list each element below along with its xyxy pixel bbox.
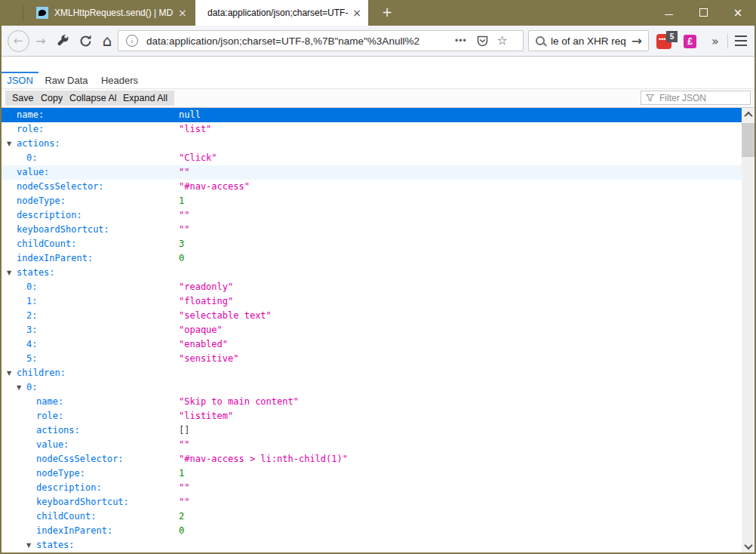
filter-json-input[interactable] bbox=[658, 92, 744, 104]
tree-row[interactable]: 0:"Click" bbox=[2, 151, 742, 165]
extension-pink-button[interactable]: £ bbox=[684, 35, 696, 48]
scroll-down-button[interactable] bbox=[742, 540, 754, 552]
minimize-button[interactable] bbox=[651, 0, 686, 25]
tree-row[interactable]: nodeCssSelector:"#nav-access" bbox=[2, 180, 742, 194]
tree-row[interactable]: ▼actions: bbox=[2, 137, 742, 151]
reload-button[interactable] bbox=[76, 26, 94, 56]
browser-tab-json[interactable]: data:application/json;charset=UTF- × bbox=[195, 0, 368, 26]
back-button[interactable]: ← bbox=[7, 26, 29, 56]
json-viewer-toolbar: Save Copy Collapse All Expand All bbox=[2, 89, 754, 108]
tree-row[interactable]: actions:[] bbox=[2, 423, 742, 438]
tree-row[interactable]: name:null bbox=[2, 108, 742, 122]
filter-funnel-icon bbox=[646, 94, 654, 102]
url-bar[interactable]: i data:application/json;charset=UTF-8,%7… bbox=[118, 30, 524, 51]
menu-button[interactable] bbox=[735, 35, 747, 46]
tree-value: "#nav-access > li:nth-child(1)" bbox=[179, 452, 348, 466]
tree-row[interactable]: role:"list" bbox=[2, 122, 742, 137]
tree-row[interactable]: role:"listitem" bbox=[2, 409, 742, 423]
browser-tab-mdn[interactable]: XMLHttpRequest.send() | MDN × bbox=[23, 0, 195, 26]
tree-row[interactable]: nodeCssSelector:"#nav-access > li:nth-ch… bbox=[2, 452, 742, 466]
pocket-icon[interactable] bbox=[476, 35, 489, 48]
tab-raw-data[interactable]: Raw Data bbox=[38, 72, 94, 88]
expander-icon[interactable]: ▼ bbox=[7, 366, 17, 380]
tree-value: "sensitive" bbox=[179, 352, 238, 366]
tree-row[interactable]: ▼states: bbox=[2, 266, 742, 280]
tree-row[interactable]: value:"" bbox=[2, 165, 742, 180]
expander-icon[interactable]: ▼ bbox=[17, 380, 26, 395]
vertical-scrollbar[interactable] bbox=[742, 108, 754, 552]
tree-value: "readonly" bbox=[179, 280, 233, 294]
tree-value: "listitem" bbox=[179, 409, 233, 423]
tab-headers[interactable]: Headers bbox=[94, 72, 145, 88]
tree-row[interactable]: value:"" bbox=[2, 438, 742, 452]
tree-key: 5: bbox=[26, 353, 37, 364]
tree-row[interactable]: 0:"readonly" bbox=[2, 280, 742, 294]
tree-value: "" bbox=[179, 438, 189, 452]
tree-row[interactable]: indexInParent:0 bbox=[2, 524, 742, 538]
url-text[interactable]: data:application/json;charset=UTF-8,%7B"… bbox=[146, 35, 452, 47]
tree-row[interactable]: nodeType:1 bbox=[2, 466, 742, 481]
tree-row[interactable]: 5:"sensitive" bbox=[2, 352, 742, 366]
tree-row[interactable]: 1:"floating" bbox=[2, 294, 742, 309]
expander-icon[interactable]: ▼ bbox=[7, 266, 17, 280]
tab-close-icon[interactable]: × bbox=[352, 8, 361, 18]
tree-row[interactable]: nodeType:1 bbox=[2, 194, 742, 208]
tree-key: name: bbox=[36, 396, 63, 407]
tree-row[interactable]: childCount:2 bbox=[2, 509, 742, 524]
tree-value: [] bbox=[179, 423, 189, 438]
tree-key: actions: bbox=[36, 425, 80, 436]
search-go-icon[interactable]: → bbox=[632, 33, 642, 48]
tree-row[interactable]: description:"" bbox=[2, 481, 742, 495]
tree-value: 1 bbox=[179, 466, 184, 481]
tree-row[interactable]: ▼states: bbox=[2, 538, 742, 552]
back-icon: ← bbox=[14, 34, 23, 48]
tree-row[interactable]: 4:"enabled" bbox=[2, 337, 742, 352]
tree-value: "selectable text" bbox=[179, 309, 272, 323]
tree-row[interactable]: ▼0: bbox=[2, 380, 742, 395]
new-tab-button[interactable]: + bbox=[377, 0, 397, 26]
maximize-button[interactable] bbox=[686, 0, 721, 25]
tree-row[interactable]: description:"" bbox=[2, 208, 742, 223]
search-input[interactable]: le of an XHR req bbox=[551, 35, 632, 47]
expander-icon[interactable]: ▼ bbox=[7, 137, 17, 151]
tree-value: "Click" bbox=[179, 151, 217, 165]
page-actions-icon[interactable]: ••• bbox=[455, 35, 467, 46]
tree-row[interactable]: 2:"selectable text" bbox=[2, 309, 742, 323]
wrench-button[interactable] bbox=[54, 26, 72, 56]
tree-row[interactable]: keyboardShortcut:"" bbox=[2, 223, 742, 237]
scrollbar-thumb[interactable] bbox=[742, 123, 754, 157]
tree-row[interactable]: name:"Skip to main content" bbox=[2, 395, 742, 409]
info-icon[interactable]: i bbox=[126, 35, 138, 47]
tree-row[interactable]: childCount:3 bbox=[2, 237, 742, 251]
tree-key: childCount: bbox=[17, 239, 76, 249]
extension-red-dots-icon: ••• bbox=[659, 35, 665, 43]
tree-row[interactable]: indexInParent:0 bbox=[2, 251, 742, 266]
filter-json-field[interactable] bbox=[641, 91, 751, 105]
expand-all-button[interactable]: Expand All bbox=[116, 91, 174, 106]
tree-key: indexInParent: bbox=[17, 253, 93, 263]
close-window-button[interactable]: × bbox=[721, 0, 755, 25]
bookmark-star-icon[interactable]: ☆ bbox=[497, 35, 508, 47]
tab-close-icon[interactable]: × bbox=[178, 8, 187, 18]
overflow-chevron-button[interactable]: » bbox=[706, 26, 724, 56]
forward-button[interactable]: → bbox=[32, 26, 50, 56]
maximize-icon bbox=[699, 8, 708, 17]
tree-row[interactable]: 3:"opaque" bbox=[2, 323, 742, 337]
tree-key: keyboardShortcut: bbox=[36, 497, 129, 507]
tree-key: states: bbox=[17, 267, 55, 278]
tree-row[interactable]: ▼children: bbox=[2, 366, 742, 380]
scroll-up-button[interactable] bbox=[742, 108, 754, 121]
search-bar[interactable]: le of an XHR req → bbox=[528, 30, 649, 51]
tree-value: 1 bbox=[179, 194, 184, 208]
home-button[interactable]: ⌂ bbox=[97, 26, 117, 56]
tree-value: 2 bbox=[179, 509, 184, 524]
tab-title: XMLHttpRequest.send() | MDN bbox=[54, 8, 174, 18]
tree-key: 1: bbox=[26, 296, 37, 306]
titlebar: XMLHttpRequest.send() | MDN × data:appli… bbox=[0, 0, 756, 26]
expander-icon[interactable]: ▼ bbox=[26, 538, 36, 552]
tree-value: 0 bbox=[179, 524, 184, 538]
tree-key: childCount: bbox=[36, 511, 96, 522]
tab-json[interactable]: JSON bbox=[2, 72, 38, 88]
tree-key: actions: bbox=[17, 138, 60, 149]
tree-row[interactable]: keyboardShortcut:"" bbox=[2, 495, 742, 509]
